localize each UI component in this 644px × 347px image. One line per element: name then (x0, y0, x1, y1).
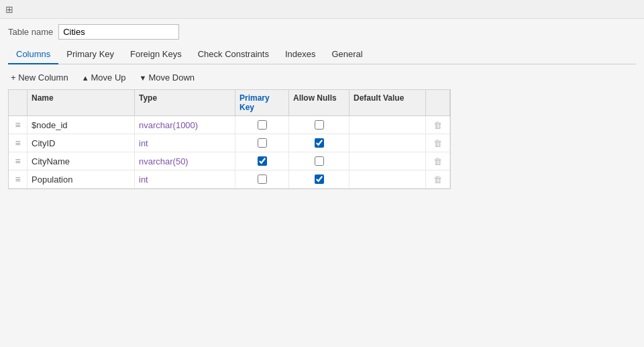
col-default-3[interactable] (350, 170, 426, 188)
header-allow-nulls: Allow Nulls (289, 90, 350, 115)
tab-general[interactable]: General (323, 45, 370, 64)
col-type-1[interactable]: int (135, 134, 235, 152)
pk-checkbox-1[interactable] (258, 138, 267, 148)
tab-indexes[interactable]: Indexes (277, 45, 324, 64)
delete-button-2[interactable] (430, 156, 445, 166)
col-delete-2[interactable] (426, 152, 450, 170)
tabs-bar: Columns Primary Key Foreign Keys Check C… (8, 45, 636, 64)
col-delete-3[interactable] (426, 170, 450, 188)
chevron-down-icon: ▼ (140, 74, 147, 82)
trash-icon-0 (433, 119, 442, 130)
col-type-2[interactable]: nvarchar(50) (135, 152, 235, 170)
tab-primary-key[interactable]: Primary Key (58, 45, 122, 64)
main-content: Table name Columns Primary Key Foreign K… (0, 19, 644, 195)
col-pk-0[interactable] (235, 116, 289, 134)
grid-header: Name Type Primary Key Allow Nulls Defaul… (9, 90, 450, 116)
header-primary-key: Primary Key (235, 90, 289, 115)
drag-handle-1[interactable] (9, 134, 28, 152)
nulls-checkbox-0[interactable] (315, 120, 324, 130)
drag-handle-3[interactable] (9, 170, 28, 188)
col-nulls-3[interactable] (289, 170, 350, 188)
pk-checkbox-3[interactable] (258, 175, 267, 184)
col-default-1[interactable] (350, 134, 426, 152)
nulls-checkbox-2[interactable] (315, 156, 324, 166)
chevron-up-icon: ▲ (82, 74, 89, 82)
header-default-value: Default Value (350, 90, 426, 115)
move-down-button[interactable]: ▼ Move Down (137, 71, 198, 84)
trash-icon-2 (433, 156, 442, 166)
tab-columns[interactable]: Columns (8, 45, 58, 64)
col-name-3[interactable]: Population (28, 170, 135, 188)
nulls-checkbox-3[interactable] (315, 175, 324, 184)
nulls-checkbox-1[interactable] (315, 138, 324, 148)
tab-check-constraints[interactable]: Check Constraints (190, 45, 277, 64)
col-name-0[interactable]: $node_id (28, 116, 135, 134)
col-pk-1[interactable] (235, 134, 289, 152)
move-up-label: Move Up (91, 72, 126, 83)
table-row: $node_id nvarchar(1000) (9, 116, 450, 134)
new-column-label: + New Column (11, 72, 68, 83)
col-delete-1[interactable] (426, 134, 450, 152)
delete-button-1[interactable] (430, 138, 445, 148)
toolbar: + New Column ▲ Move Up ▼ Move Down (8, 71, 636, 84)
drag-handle-0[interactable] (9, 116, 28, 134)
col-nulls-2[interactable] (289, 152, 350, 170)
col-type-0[interactable]: nvarchar(1000) (135, 116, 235, 134)
header-actions (426, 90, 450, 115)
header-type: Type (135, 90, 235, 115)
trash-icon-1 (433, 138, 442, 148)
pk-checkbox-2[interactable] (258, 156, 267, 166)
col-default-2[interactable] (350, 152, 426, 170)
app-icon: ⊞ (5, 4, 13, 15)
drag-handle-2[interactable] (9, 152, 28, 170)
col-default-0[interactable] (350, 116, 426, 134)
move-down-label: Move Down (148, 72, 195, 83)
col-nulls-0[interactable] (289, 116, 350, 134)
table-name-row: Table name (8, 24, 636, 40)
table-row: CityName nvarchar(50) (9, 152, 450, 170)
table-name-input[interactable] (58, 24, 179, 40)
col-pk-3[interactable] (235, 170, 289, 188)
table-name-label: Table name (8, 27, 53, 37)
table-row: CityID int (9, 134, 450, 152)
move-up-button[interactable]: ▲ Move Up (79, 71, 129, 84)
delete-button-3[interactable] (430, 174, 445, 185)
pk-checkbox-0[interactable] (258, 120, 267, 130)
header-drag (9, 90, 28, 115)
col-name-1[interactable]: CityID (28, 134, 135, 152)
col-nulls-1[interactable] (289, 134, 350, 152)
header-name: Name (28, 90, 135, 115)
new-column-button[interactable]: + New Column (8, 71, 71, 84)
col-type-3[interactable]: int (135, 170, 235, 188)
delete-button-0[interactable] (430, 119, 445, 130)
col-name-2[interactable]: CityName (28, 152, 135, 170)
col-delete-0[interactable] (426, 116, 450, 134)
trash-icon-3 (433, 174, 442, 185)
col-pk-2[interactable] (235, 152, 289, 170)
table-row: Population int (9, 170, 450, 189)
top-bar: ⊞ (0, 0, 644, 19)
tab-foreign-keys[interactable]: Foreign Keys (122, 45, 190, 64)
columns-grid: Name Type Primary Key Allow Nulls Defaul… (8, 89, 451, 189)
